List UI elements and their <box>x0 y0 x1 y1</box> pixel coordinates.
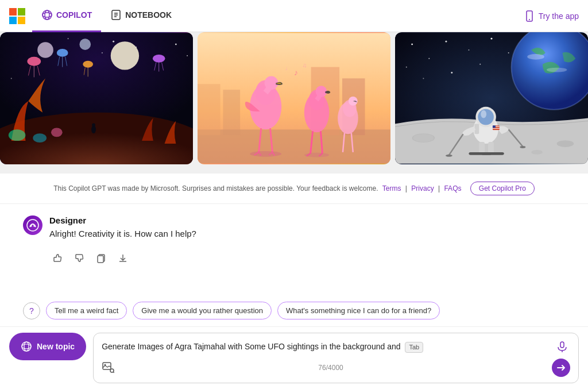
copy-button[interactable] <box>93 250 109 266</box>
svg-point-4 <box>42 10 52 20</box>
svg-rect-105 <box>479 142 485 153</box>
header-right: Try the app <box>524 10 579 22</box>
input-bottom-row: 76/4000 <box>102 359 570 377</box>
svg-rect-2 <box>9 17 17 24</box>
svg-point-12 <box>529 19 530 20</box>
svg-point-14 <box>0 113 193 164</box>
terms-link[interactable]: Terms <box>382 184 401 192</box>
char-count: 76/4000 <box>318 364 343 372</box>
svg-point-80 <box>445 41 447 43</box>
svg-rect-0 <box>9 8 17 16</box>
image-cards-section: ♪ ♫ ♩ <box>0 32 588 174</box>
new-topic-button[interactable]: New topic <box>9 333 86 360</box>
svg-rect-117 <box>98 256 103 263</box>
message-actions <box>49 250 565 266</box>
phone-icon <box>524 10 535 22</box>
image-card-fantasy <box>0 32 193 164</box>
input-box-wrapper: Generate Images of Agra Tajmahal with So… <box>93 333 579 383</box>
bot-avatar <box>23 215 42 235</box>
svg-point-16 <box>37 42 53 58</box>
svg-point-115 <box>33 225 36 227</box>
designer-avatar-icon <box>26 219 39 232</box>
image-search-button[interactable] <box>102 360 114 376</box>
svg-point-121 <box>24 342 29 351</box>
input-area: New topic Generate Images of Agra Tajmah… <box>0 326 588 389</box>
svg-point-39 <box>136 47 137 48</box>
download-button[interactable] <box>115 250 131 266</box>
copilot-icon <box>41 9 53 21</box>
mic-button[interactable] <box>554 339 570 355</box>
faqs-link[interactable]: FAQs <box>444 184 461 192</box>
svg-point-5 <box>45 10 49 20</box>
svg-point-18 <box>27 57 41 66</box>
tab-hint-badge: Tab <box>405 342 423 353</box>
svg-rect-3 <box>18 17 25 24</box>
svg-point-33 <box>9 129 26 141</box>
thumbs-down-button[interactable] <box>71 250 87 266</box>
svg-point-93 <box>413 134 434 142</box>
tab-notebook[interactable]: NOTEBOOK <box>101 0 181 32</box>
svg-rect-123 <box>560 342 564 348</box>
suggestion-chip-3[interactable]: What's something nice I can do for a fri… <box>277 302 440 319</box>
suggestion-row: ? Tell me a weird fact Give me a would y… <box>0 295 588 326</box>
chat-section: Designer Alright! Creativity it is. How … <box>0 204 588 295</box>
svg-point-81 <box>468 49 469 51</box>
notebook-icon <box>110 9 122 21</box>
svg-point-17 <box>79 38 91 50</box>
svg-point-15 <box>111 41 139 70</box>
send-button[interactable] <box>552 359 570 377</box>
svg-point-22 <box>57 49 68 57</box>
svg-point-94 <box>557 140 574 147</box>
svg-point-36 <box>91 125 96 133</box>
svg-point-95 <box>531 150 543 155</box>
send-icon <box>556 363 566 372</box>
svg-text:♫: ♫ <box>303 62 307 68</box>
svg-rect-106 <box>488 142 494 153</box>
svg-rect-112 <box>493 125 496 128</box>
header: COPILOT NOTEBOOK Try the app <box>0 0 588 32</box>
svg-text:♩: ♩ <box>285 66 288 71</box>
suggestion-chip-1[interactable]: Tell me a weird fact <box>46 302 127 319</box>
privacy-link[interactable]: Privacy <box>411 184 434 192</box>
svg-rect-49 <box>198 84 220 135</box>
info-bar-text: This Copilot GPT was made by Microsoft. … <box>53 184 378 192</box>
svg-point-89 <box>527 54 544 60</box>
svg-rect-108 <box>481 152 504 155</box>
svg-point-76 <box>304 153 329 157</box>
tab-copilot[interactable]: COPILOT <box>32 0 101 32</box>
svg-rect-1 <box>18 8 25 16</box>
bot-message: Designer Alright! Creativity it is. How … <box>23 215 565 241</box>
ms-logo-icon <box>9 8 25 24</box>
svg-point-26 <box>83 61 93 68</box>
image-search-icon <box>102 360 114 373</box>
svg-point-29 <box>153 55 165 63</box>
image-card-flamingos: ♪ ♫ ♩ <box>198 32 390 164</box>
info-bar: This Copilot GPT was made by Microsoft. … <box>0 174 588 204</box>
svg-point-127 <box>110 369 114 372</box>
suggestion-chip-2[interactable]: Give me a would you rather question <box>133 302 272 319</box>
get-copilot-pro-button[interactable]: Get Copilot Pro <box>470 182 535 195</box>
svg-point-44 <box>68 38 69 39</box>
try-app-button[interactable]: Try the app <box>524 10 579 22</box>
svg-point-120 <box>22 342 31 351</box>
new-topic-label: New topic <box>37 342 75 351</box>
svg-point-35 <box>51 128 63 137</box>
svg-text:♪: ♪ <box>294 68 298 77</box>
input-value: Generate Images of Agra Tajmahal with So… <box>102 342 385 351</box>
bot-name: Designer <box>49 215 196 225</box>
svg-point-114 <box>30 225 32 227</box>
svg-point-83 <box>508 52 509 53</box>
svg-point-113 <box>27 219 38 231</box>
suggestion-help-icon[interactable]: ? <box>23 302 40 319</box>
svg-rect-50 <box>223 90 240 135</box>
bot-text: Alright! Creativity it is. How can I hel… <box>49 228 196 241</box>
svg-point-41 <box>175 44 177 45</box>
input-field-text[interactable]: Generate Images of Agra Tajmahal with So… <box>102 341 550 353</box>
svg-point-87 <box>451 72 452 74</box>
svg-point-75 <box>250 151 281 157</box>
thumbs-up-button[interactable] <box>49 250 65 266</box>
mic-icon <box>556 341 568 353</box>
svg-point-38 <box>113 41 114 43</box>
nav-tabs: COPILOT NOTEBOOK <box>32 0 524 32</box>
svg-point-85 <box>423 78 424 79</box>
